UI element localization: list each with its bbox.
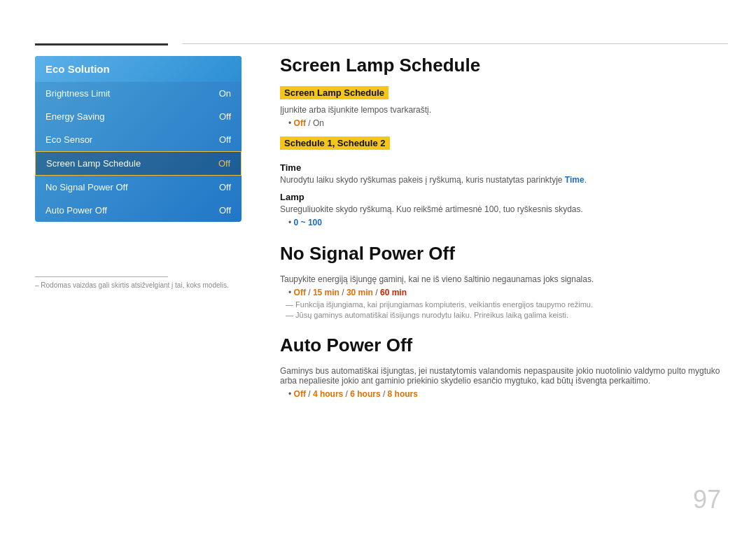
s2-sep: / [308, 288, 313, 297]
s3-sep3: / [383, 389, 388, 399]
main-content: Screen Lamp Schedule Screen Lamp Schedul… [280, 55, 728, 402]
time-desc: Nurodytu laiku skydo ryškumas pakeis į r… [280, 175, 728, 185]
section2-note1: Funkcija išjungiama, kai prijungiamas ko… [286, 300, 728, 309]
sidebar-item-screen-lamp[interactable]: Screen Lamp Schedule Off [35, 151, 241, 176]
badge-screen-lamp: Screen Lamp Schedule [280, 86, 388, 99]
sidebar-item-value: Off [219, 182, 231, 192]
sidebar-title: Eco Solution [35, 56, 241, 82]
sidebar-item-label: Brightness Limit [46, 88, 110, 99]
sidebar-item-brightness[interactable]: Brightness Limit On [35, 82, 241, 105]
lamp-options: 0 ~ 100 [288, 218, 728, 227]
sidebar-item-auto-power[interactable]: Auto Power Off Off [35, 199, 241, 222]
section3-desc: Gaminys bus automatiškai išjungtas, jei … [280, 366, 728, 386]
page-number: 97 [693, 485, 721, 514]
sidebar-item-label: Auto Power Off [46, 205, 107, 216]
sidebar-item-value: Off [219, 111, 231, 122]
sidebar-item-no-signal[interactable]: No Signal Power Off Off [35, 176, 241, 199]
sidebar-item-value: Off [218, 158, 230, 169]
sidebar-item-value: On [219, 88, 231, 99]
time-title: Time [280, 162, 728, 173]
sidebar-item-label: Eco Sensor [46, 134, 92, 145]
section1-title: Screen Lamp Schedule [280, 55, 728, 76]
s3-6h: 6 hours [350, 389, 380, 399]
lamp-range: 0 ~ 100 [294, 218, 322, 227]
sidebar-item-label: Energy Saving [46, 111, 105, 122]
lamp-desc: Sureguliuokite skydo ryškumą. Kuo reikšm… [280, 204, 728, 214]
section-no-signal: No Signal Power Off Taupykite energiją i… [280, 243, 728, 319]
section2-title: No Signal Power Off [280, 243, 728, 265]
section3-title: Auto Power Off [280, 335, 728, 356]
sidebar: Eco Solution Brightness Limit On Energy … [35, 56, 241, 222]
sidebar-item-value: Off [219, 134, 231, 145]
sidebar-footnote: – Rodomas vaizdas gali skirtis atsižvelg… [35, 276, 241, 289]
badge-schedule: Schedule 1, Schedule 2 [280, 136, 390, 150]
sidebar-item-label: Screen Lamp Schedule [46, 158, 141, 169]
s3-8h: 8 hours [388, 389, 418, 399]
footnote-divider [35, 276, 168, 277]
section2-options: Off / 15 min / 30 min / 60 min [288, 288, 728, 297]
sidebar-item-energy[interactable]: Energy Saving Off [35, 105, 241, 128]
sidebar-item-eco-sensor[interactable]: Eco Sensor Off [35, 128, 241, 151]
s2-off: Off [294, 288, 306, 297]
s2-60: 60 min [380, 288, 407, 297]
lamp-title: Lamp [280, 192, 728, 202]
s3-off: Off [294, 389, 306, 399]
time-highlight: Time [565, 175, 584, 185]
s2-30: 30 min [346, 288, 373, 297]
s3-4h: 4 hours [313, 389, 343, 399]
s3-sep1: / [308, 389, 313, 399]
sidebar-item-value: Off [219, 205, 231, 216]
section1-options: Off / On [288, 118, 728, 128]
sidebar-item-label: No Signal Power Off [46, 182, 128, 192]
section3-options: Off / 4 hours / 6 hours / 8 hours [288, 389, 728, 399]
s2-sep2: / [342, 288, 346, 297]
option-off: Off [294, 118, 306, 128]
footnote-text: – Rodomas vaizdas gali skirtis atsižvelg… [35, 281, 241, 289]
section2-note2: Jūsų gaminys automatiškai išsijungs nuro… [286, 311, 728, 319]
section-screen-lamp: Screen Lamp Schedule Screen Lamp Schedul… [280, 55, 728, 227]
top-line-right [182, 43, 728, 44]
section2-desc: Taupykite energiją išjungę gaminį, kai n… [280, 274, 728, 284]
section1-desc: Įjunkite arba išjunkite lempos tvarkaraš… [280, 105, 728, 115]
s2-sep3: / [375, 288, 380, 297]
s2-15: 15 min [313, 288, 340, 297]
section-auto-power: Auto Power Off Gaminys bus automatiškai … [280, 335, 728, 399]
top-line-left [35, 43, 168, 45]
option-separator: / On [308, 118, 324, 128]
